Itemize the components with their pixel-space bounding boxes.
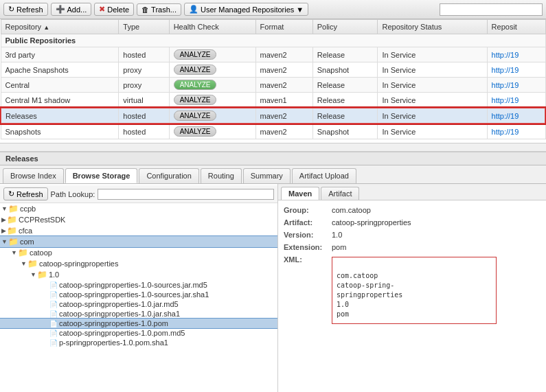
- tree-item[interactable]: 📄catoop-springproperties-1.0.jar.md5: [0, 299, 277, 309]
- repo-type-cell: hosted: [119, 108, 169, 124]
- repo-health-cell[interactable]: ANALYZE: [169, 108, 255, 124]
- expand-icon[interactable]: ▼: [21, 260, 27, 267]
- refresh-icon: ↻: [8, 5, 14, 14]
- folder-icon: 📁: [8, 237, 19, 246]
- tree-item[interactable]: 📄catoop-springproperties-1.0-sources.jar…: [0, 290, 277, 299]
- tree-item[interactable]: ▼📁1.0: [0, 269, 277, 280]
- col-health-check[interactable]: Health Check: [169, 20, 255, 34]
- tree-item[interactable]: ▼📁catoop-springproperties: [0, 258, 277, 269]
- tree-item-label: catoop-springproperties: [39, 260, 119, 268]
- col-policy[interactable]: Policy: [312, 20, 378, 34]
- tab-browse-index[interactable]: Browse Index: [3, 168, 64, 183]
- col-format[interactable]: Format: [255, 20, 312, 34]
- tree-item[interactable]: 📄p-springproperties-1.0.pom.sha1: [0, 338, 277, 347]
- analyze-button[interactable]: ANALYZE: [174, 80, 217, 90]
- tree-item[interactable]: 📄catoop-springproperties-1.0.jar.sha1: [0, 309, 277, 319]
- tree-item-label: catoop-springproperties-1.0.jar.sha1: [59, 310, 180, 318]
- tree-item[interactable]: ▼📁com: [0, 236, 277, 247]
- expand-icon[interactable]: ▼: [1, 238, 8, 245]
- repo-format-cell: maven1: [255, 93, 312, 108]
- user-managed-button[interactable]: 👤 User Managed Repositories ▼: [184, 3, 308, 16]
- tab-summary[interactable]: Summary: [243, 168, 291, 183]
- table-row[interactable]: Central M1 shadow virtual ANALYZE maven1…: [1, 93, 545, 108]
- col-repository[interactable]: Repository ▲: [1, 20, 119, 34]
- folder-icon: 📁: [27, 259, 38, 268]
- repo-status-cell: In Service: [378, 93, 487, 108]
- repo-status-cell: In Service: [378, 78, 487, 93]
- col-type[interactable]: Type: [119, 20, 169, 34]
- detail-xml-row: XML: com.catoop catoop-spring- springpro…: [284, 255, 541, 324]
- expand-icon[interactable]: ▼: [30, 271, 36, 278]
- trash-button[interactable]: 🗑 Trash...: [137, 3, 181, 16]
- tree-item-label: com: [20, 238, 34, 246]
- analyze-button[interactable]: ANALYZE: [174, 126, 217, 137]
- analyze-button[interactable]: ANALYZE: [174, 111, 217, 121]
- tree-item[interactable]: ▼📁ccpb: [0, 203, 277, 214]
- repository-table: Repository ▲ Type Health Check Format Po…: [0, 19, 546, 139]
- folder-icon: 📁: [8, 204, 19, 214]
- trash-label: Trash...: [151, 5, 177, 14]
- repo-format-cell: maven2: [255, 47, 312, 62]
- delete-button[interactable]: ✖ Delete: [94, 3, 134, 16]
- delete-icon: ✖: [99, 5, 105, 14]
- expand-icon[interactable]: ▶: [1, 216, 6, 223]
- detail-tab-maven[interactable]: Maven: [281, 187, 319, 200]
- repo-policy-cell: Release: [312, 78, 378, 93]
- tree-panel: ↻ Refresh Path Lookup: ▼📁ccpb▶📁CCPRestSD…: [0, 184, 278, 392]
- tree-item-label: catoop: [30, 249, 52, 257]
- detail-field-label: Group:: [284, 206, 332, 214]
- analyze-button[interactable]: ANALYZE: [174, 49, 217, 60]
- repo-url-cell: http://19: [487, 124, 545, 139]
- tree-item[interactable]: ▼📁catoop: [0, 247, 277, 258]
- tab-routing[interactable]: Routing: [201, 168, 242, 183]
- repo-health-cell[interactable]: ANALYZE: [169, 78, 255, 93]
- search-input[interactable]: [440, 3, 543, 16]
- detail-tab-artifact[interactable]: Artifact: [321, 187, 359, 200]
- tree-item-label: 1.0: [49, 270, 59, 279]
- refresh-label: Refresh: [16, 5, 43, 14]
- tab-artifact-upload[interactable]: Artifact Upload: [292, 168, 356, 183]
- table-row[interactable]: Snapshots hosted ANALYZE maven2 Snapshot…: [1, 124, 545, 139]
- repo-health-cell[interactable]: ANALYZE: [169, 47, 255, 62]
- analyze-button[interactable]: ANALYZE: [174, 65, 217, 75]
- tree-content[interactable]: ▼📁ccpb▶📁CCPRestSDK▶📁cfca▼📁com▼📁catoop▼📁c…: [0, 203, 277, 391]
- repo-policy-cell: Snapshot: [312, 124, 378, 139]
- tab-configuration[interactable]: Configuration: [139, 168, 198, 183]
- detail-field-value: com.catoop: [332, 206, 541, 214]
- tree-item[interactable]: ▶📁cfca: [0, 225, 277, 236]
- expand-icon[interactable]: ▶: [1, 227, 6, 234]
- repo-health-cell[interactable]: ANALYZE: [169, 62, 255, 78]
- repo-name-cell: Central M1 shadow: [1, 93, 119, 108]
- repo-type-cell: hosted: [119, 47, 169, 62]
- path-lookup-input[interactable]: [98, 189, 274, 200]
- tree-item[interactable]: 📄catoop-springproperties-1.0-sources.jar…: [0, 280, 277, 290]
- file-icon: 📄: [49, 320, 58, 327]
- expand-icon[interactable]: ▼: [11, 249, 17, 256]
- sort-arrow-icon: ▲: [43, 24, 49, 31]
- col-status[interactable]: Repository Status: [378, 20, 487, 34]
- tab-browse-storage[interactable]: Browse Storage: [65, 168, 138, 183]
- repo-type-cell: hosted: [119, 124, 169, 139]
- detail-field-label: Artifact:: [284, 218, 332, 227]
- refresh-button[interactable]: ↻ Refresh: [3, 3, 48, 16]
- add-label: Add...: [67, 5, 87, 14]
- table-row[interactable]: Apache Snapshots proxy ANALYZE maven2 Sn…: [1, 62, 545, 78]
- add-button[interactable]: ➕ Add...: [51, 3, 92, 16]
- repo-name-cell: Snapshots: [1, 124, 119, 139]
- table-row[interactable]: Releases hosted ANALYZE maven2 Release I…: [1, 108, 545, 124]
- table-row[interactable]: 3rd party hosted ANALYZE maven2 Release …: [1, 47, 545, 62]
- table-row[interactable]: Central proxy ANALYZE maven2 Release In …: [1, 78, 545, 93]
- expand-icon[interactable]: ▼: [1, 205, 8, 212]
- col-url[interactable]: Reposit: [487, 20, 545, 34]
- repo-name-cell: Apache Snapshots: [1, 62, 119, 78]
- tree-item[interactable]: 📄catoop-springproperties-1.0.pom.md5: [0, 328, 277, 338]
- tree-item[interactable]: 📄catoop-springproperties-1.0.pom: [0, 319, 277, 328]
- detail-row: Group:com.catoop: [284, 206, 541, 214]
- repo-health-cell[interactable]: ANALYZE: [169, 124, 255, 139]
- tree-item[interactable]: ▶📁CCPRestSDK: [0, 214, 277, 225]
- table-wrapper[interactable]: Repository ▲ Type Health Check Format Po…: [0, 19, 546, 143]
- horizontal-scrollbar[interactable]: [0, 143, 546, 151]
- tree-refresh-button[interactable]: ↻ Refresh: [3, 187, 48, 200]
- repo-health-cell[interactable]: ANALYZE: [169, 93, 255, 108]
- analyze-button[interactable]: ANALYZE: [174, 95, 217, 105]
